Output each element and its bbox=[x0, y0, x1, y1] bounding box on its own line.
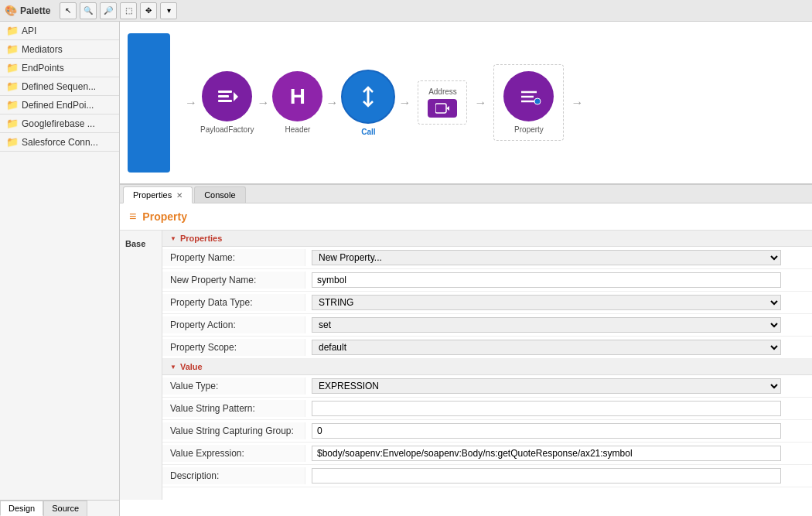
sidebar-item-label: Mediators bbox=[22, 44, 63, 55]
workflow-canvas[interactable]: → PayloadFactory → bbox=[120, 22, 812, 184]
arrow-6: → bbox=[571, 96, 583, 110]
field-property-scope-value: default bbox=[305, 337, 812, 358]
top-toolbar: 🎨 Palette ↖ 🔍 🔎 ⬚ ✥ ▾ bbox=[0, 0, 812, 22]
field-description: Description: bbox=[162, 465, 812, 487]
folder-icon: 📁 bbox=[6, 136, 19, 148]
new-property-name-input[interactable] bbox=[312, 272, 781, 288]
svg-rect-5 bbox=[435, 104, 446, 113]
field-property-name-label: Property Name: bbox=[162, 249, 305, 266]
node-payloadfactory[interactable]: PayloadFactory bbox=[200, 71, 254, 134]
sidebar-item-googlefirebase[interactable]: 📁 Googlefirebase ... bbox=[0, 114, 119, 133]
field-property-action: Property Action: set bbox=[162, 314, 812, 337]
props-sidebar-base[interactable]: Base bbox=[123, 237, 159, 251]
sidebar-item-salesforce[interactable]: 📁 Salesforce Conn... bbox=[0, 133, 119, 152]
field-property-scope-label: Property Scope: bbox=[162, 339, 305, 356]
main-layout: 📁 API 📁 Mediators 📁 EndPoints 📁 Defined … bbox=[0, 22, 812, 516]
field-property-name-value: New Property... bbox=[305, 247, 812, 268]
sidebar-item-api[interactable]: 📁 API bbox=[0, 22, 119, 40]
sidebar-item-label: Googlefirebase ... bbox=[22, 118, 95, 129]
property-data-type-select[interactable]: STRING bbox=[312, 295, 781, 310]
address-label-top: Address bbox=[428, 87, 457, 96]
cursor-tool[interactable]: ↖ bbox=[60, 2, 77, 19]
tab-console-label: Console bbox=[204, 190, 235, 200]
move-tool[interactable]: ✥ bbox=[140, 2, 157, 19]
props-layout: Base ▼ Properties Property Name: New Pro… bbox=[120, 231, 812, 500]
props-content: ▼ Properties Property Name: New Property… bbox=[162, 231, 812, 500]
folder-icon: 📁 bbox=[6, 25, 19, 36]
properties-panel: Properties ✕ Console ≡ Property Base bbox=[120, 184, 812, 516]
panel-tabs: Properties ✕ Console bbox=[120, 185, 812, 203]
tab-source[interactable]: Source bbox=[43, 501, 87, 516]
field-new-property-name-label: New Property Name: bbox=[162, 272, 305, 289]
select-rect-tool[interactable]: ⬚ bbox=[120, 2, 137, 19]
node-address-container[interactable]: Address bbox=[418, 80, 467, 125]
arrow-5: → bbox=[474, 96, 486, 110]
tab-properties-label: Properties bbox=[133, 190, 172, 200]
field-value-string-pattern-value bbox=[305, 398, 812, 419]
sidebar-item-endpoints[interactable]: 📁 EndPoints bbox=[0, 59, 119, 77]
field-value-type-label: Value Type: bbox=[162, 378, 305, 395]
field-value-string-pattern-label: Value String Pattern: bbox=[162, 400, 305, 417]
property-heading-text: Property bbox=[142, 210, 187, 223]
value-type-select[interactable]: EXPRESSION bbox=[312, 378, 781, 394]
property-heading-icon: ≡ bbox=[129, 210, 136, 224]
folder-icon: 📁 bbox=[6, 43, 19, 55]
sidebar-item-mediators[interactable]: 📁 Mediators bbox=[0, 40, 119, 59]
field-value-type-value: EXPRESSION bbox=[305, 375, 812, 397]
svg-marker-3 bbox=[234, 92, 238, 101]
folder-icon: 📁 bbox=[6, 118, 19, 129]
sidebar-item-label: Defined EndPoi... bbox=[22, 100, 94, 111]
svg-rect-2 bbox=[218, 100, 232, 102]
section-value-label: Value bbox=[180, 362, 203, 371]
field-new-property-name: New Property Name: bbox=[162, 269, 812, 292]
arrow-3: → bbox=[326, 96, 338, 110]
zoom-out-tool[interactable]: 🔎 bbox=[100, 2, 117, 19]
svg-point-10 bbox=[534, 98, 541, 104]
tab-properties[interactable]: Properties ✕ bbox=[123, 186, 193, 203]
tab-console[interactable]: Console bbox=[194, 186, 245, 203]
field-property-action-value: set bbox=[305, 314, 812, 336]
sidebar-item-defined-endpoints[interactable]: 📁 Defined EndPoi... bbox=[0, 96, 119, 114]
header-icon: H bbox=[272, 71, 322, 121]
props-sidebar: Base bbox=[120, 231, 162, 500]
field-new-property-name-value bbox=[305, 269, 812, 291]
field-description-label: Description: bbox=[162, 467, 305, 484]
field-value-expression-value bbox=[305, 443, 812, 464]
property-scope-select[interactable]: default bbox=[312, 340, 781, 355]
node-header[interactable]: H Header bbox=[272, 71, 322, 134]
section-properties[interactable]: ▼ Properties bbox=[162, 231, 812, 247]
field-property-name: Property Name: New Property... bbox=[162, 247, 812, 269]
section-value-triangle: ▼ bbox=[170, 364, 176, 371]
field-value-string-capturing-group: Value String Capturing Group: bbox=[162, 420, 812, 443]
tab-design[interactable]: Design bbox=[0, 501, 43, 516]
zoom-in-tool[interactable]: 🔍 bbox=[80, 2, 97, 19]
palette-sidebar: 📁 API 📁 Mediators 📁 EndPoints 📁 Defined … bbox=[0, 22, 120, 516]
description-input[interactable] bbox=[312, 468, 781, 484]
value-expression-input[interactable] bbox=[312, 446, 781, 461]
section-value[interactable]: ▼ Value bbox=[162, 359, 812, 375]
value-string-pattern-input[interactable] bbox=[312, 401, 781, 416]
field-property-data-type: Property Data Type: STRING bbox=[162, 292, 812, 314]
field-property-data-type-label: Property Data Type: bbox=[162, 294, 305, 311]
svg-rect-0 bbox=[218, 91, 232, 93]
sidebar-item-defined-sequences[interactable]: 📁 Defined Sequen... bbox=[0, 77, 119, 96]
field-description-value bbox=[305, 465, 812, 487]
field-property-scope: Property Scope: default bbox=[162, 337, 812, 359]
field-value-expression-label: Value Expression: bbox=[162, 445, 305, 462]
property-action-select[interactable]: set bbox=[312, 317, 781, 333]
header-label: Header bbox=[285, 125, 311, 134]
arrow-4: → bbox=[398, 96, 411, 110]
node-property-container[interactable]: Property bbox=[493, 64, 564, 141]
property-label: Property bbox=[514, 125, 544, 134]
value-string-capturing-group-input[interactable] bbox=[312, 423, 781, 439]
address-inner bbox=[428, 99, 457, 118]
section-triangle: ▼ bbox=[170, 235, 176, 242]
workflow-start-bar bbox=[128, 33, 170, 173]
property-heading: ≡ Property bbox=[120, 203, 812, 231]
property-name-select[interactable]: New Property... bbox=[312, 250, 781, 265]
settings-dropdown[interactable]: ▾ bbox=[160, 2, 177, 19]
node-call[interactable]: Call bbox=[341, 70, 395, 136]
call-label: Call bbox=[361, 128, 375, 136]
tab-properties-close[interactable]: ✕ bbox=[176, 191, 183, 200]
sidebar-item-label: Salesforce Conn... bbox=[22, 137, 98, 148]
